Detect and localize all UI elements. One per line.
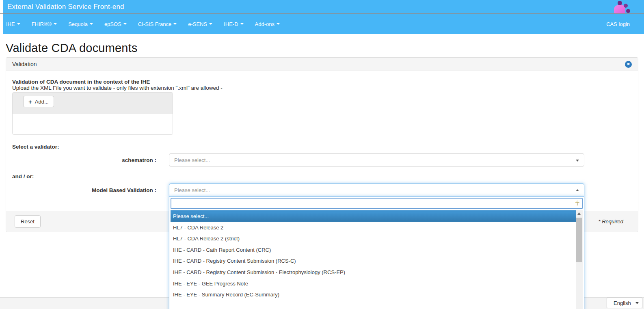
dropdown-option[interactable]: HL7 - CDA Release 2 [171,222,576,233]
nav-item-cisis-france[interactable]: CI-SIS France [132,21,182,27]
logo-dot [626,9,630,13]
reset-button[interactable]: Reset [15,215,41,228]
validation-panel: Validation ✖ Validation of CDA document … [6,57,638,232]
chevron-down-icon [277,23,280,25]
nav-item-sequoia[interactable]: Sequoia [63,21,99,27]
model-validation-dropdown: ☥ Please select... HL7 - CDA Release 2 H… [169,197,584,309]
validation-panel-body: Validation of CDA document in the contex… [6,71,638,197]
schematron-select[interactable]: Please select... [169,153,584,166]
nav-item-addons[interactable]: Add-ons [249,21,285,27]
page-title: Validate CDA documents [6,41,638,55]
model-validation-combobox: Please select... ☥ Please select... [169,184,584,197]
chevron-up-icon [576,189,579,191]
dropdown-option[interactable]: IHE - EYE - Summary Record (EC-Summary) [171,289,576,300]
upload-file-list [13,114,173,135]
schematron-control: Please select... [169,153,584,166]
title-bar: External Validation Service Front-end [0,0,644,13]
main-content: Validate CDA documents Validation ✖ Vali… [0,41,644,232]
model-validation-row: Model Based Validation : Please select..… [12,184,632,197]
dropdown-option[interactable]: Please select... [171,210,576,222]
chevron-down-icon [90,23,93,25]
gazelle-logo [614,1,630,13]
scroll-up-icon[interactable] [577,212,581,215]
cas-login-link[interactable]: CAS login [606,21,644,27]
nav-menu: IHE FHIR®© Sequoia epSOS CI-SIS France e… [3,14,285,34]
scrollbar-thumb[interactable] [576,218,582,262]
intro-heading: Validation of CDA document in the contex… [12,79,632,85]
dropdown-search: ☥ [171,198,583,209]
logo-dot [618,1,622,5]
dropdown-option-list: Please select... HL7 - CDA Release 2 HL7… [171,210,583,309]
required-note: * Required [599,218,623,225]
nav-item-fhir[interactable]: FHIR®© [26,21,63,27]
file-upload-widget: + Add... [12,92,173,135]
logo-dot [624,4,628,8]
upload-toolbar: + Add... [13,93,173,114]
chevron-down-icon [240,23,244,25]
validation-panel-header: Validation ✖ [6,58,638,71]
dropdown-option[interactable]: IHE - CARD - Registry Content Submission… [171,266,576,278]
main-navbar: IHE FHIR®© Sequoia epSOS CI-SIS France e… [0,14,644,34]
nav-item-ihed[interactable]: IHE-D [218,21,249,27]
chevron-down-icon [635,302,639,304]
add-file-button[interactable]: + Add... [23,96,54,107]
dropdown-option[interactable]: IHE - EYE - GEE Progress Note [171,278,576,289]
chevron-down-icon [54,23,57,25]
chevron-down-icon [209,23,212,25]
add-file-button-label: Add... [35,99,49,105]
language-select[interactable]: English [607,298,642,308]
model-validation-select[interactable]: Please select... [169,184,584,197]
header-divider [0,13,644,14]
schematron-select-value: Please select... [174,157,210,163]
model-validation-control: Please select... ☥ Please select... [169,184,584,197]
dropdown-scrollbar[interactable] [576,210,583,309]
chevron-down-icon [17,23,20,25]
model-validation-label: Model Based Validation : [12,187,156,193]
chevron-down-icon [173,23,177,25]
nav-item-ihe[interactable]: IHE [3,21,26,27]
dropdown-search-input[interactable] [171,198,583,209]
dropdown-option[interactable]: HL7 - CDA Release 2 (strict) [171,233,576,244]
nav-item-epsos[interactable]: epSOS [99,21,132,27]
dropdown-option[interactable]: IHE - CARD - Registry Content Submission… [171,255,576,266]
schematron-row: schematron : Please select... [12,153,632,166]
page: External Validation Service Front-end IH… [0,0,644,309]
language-select-value: English [614,300,631,306]
app-title: External Validation Service Front-end [7,3,124,11]
plus-icon: + [28,99,32,105]
intro-text: Upload the XML File you want to validate… [12,85,632,91]
nav-item-esens[interactable]: e-SENS [182,21,218,27]
model-validation-select-value: Please select... [174,187,210,193]
chevron-down-icon [576,160,579,162]
panel-title: Validation [12,61,37,67]
chevron-down-icon [123,23,127,25]
select-validator-label: Select a validator: [12,144,632,150]
dropdown-option[interactable]: IHE - CARD - Cath Report Content (CRC) [171,244,576,255]
schematron-label: schematron : [12,157,156,163]
close-icon[interactable]: ✖ [625,61,632,68]
and-or-label: and / or: [12,173,632,179]
